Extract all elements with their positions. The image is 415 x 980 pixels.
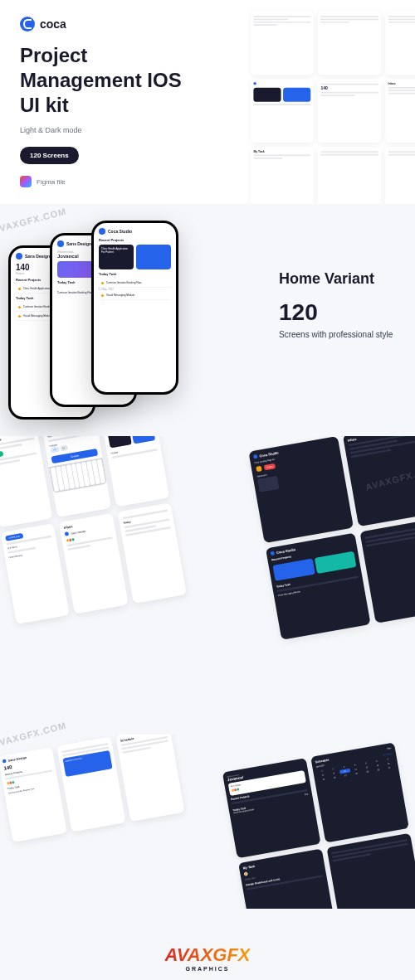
footer-brand: AVAXGFX — [164, 944, 250, 966]
urgent-tag: Urgent — [264, 463, 276, 471]
hero-title: Project Management IOS UI kit — [20, 43, 186, 118]
task-item: Visual Messaging Module — [106, 294, 134, 297]
phone-title: Coca Studio — [108, 229, 132, 234]
logo-mark-icon — [20, 17, 35, 32]
grid-screen-dark — [359, 517, 415, 623]
section-heading: Home Variant — [279, 270, 395, 288]
phone-title: Sans Design — [25, 254, 50, 259]
screens-description: Screens with professional style — [279, 329, 395, 341]
mini-screen: My Task — [251, 147, 314, 211]
home-variant-section: Sans Design 140 Projects Recent Projects… — [0, 204, 415, 436]
light-screens-grid: Projects DONE Create New Task Brief Cate… — [0, 436, 187, 624]
recent-title: Recent Projects — [99, 238, 171, 242]
today-title: Today Task — [99, 272, 171, 276]
grid-screen: Today — [117, 502, 187, 604]
grid-screen: Upgrade to Premium — [56, 737, 125, 832]
task-item: Visual Messaging Module — [23, 314, 51, 318]
screens-badge: 120 Screens — [20, 147, 79, 164]
grid-screen-dark: Inbox — [343, 436, 415, 526]
figma-label: Figma file — [37, 178, 66, 186]
tag-ux: UX — [51, 447, 60, 454]
grid-screen-dark: Coca Studio Recent Projects Today Task V… — [266, 533, 371, 640]
phone-mockups: Sans Design 140 Projects Recent Projects… — [8, 221, 208, 436]
mini-screen — [318, 147, 381, 211]
footer-logo: AVAXGFX GRAPHICS — [164, 944, 250, 972]
grid-screen: Coca Studio Recent Projects Visibility — [100, 436, 170, 507]
keyboard-icon — [49, 458, 107, 493]
mini-screen — [385, 147, 415, 211]
grid-screen: Create New Task Brief Category UXUI Crea… — [42, 436, 111, 517]
grid-screen: Inbox Sans Design — [59, 513, 129, 614]
phone-mockup: Coca Studio Recent Projects Clinic Healt… — [91, 221, 178, 395]
project-count: 42 Projects — [383, 752, 393, 756]
inbox-title: Inbox — [388, 82, 415, 85]
grid-screen: COMPLETE Task Name Online Meeting — [1, 523, 71, 624]
hero-section: coca Project Management IOS UI kit Light… — [0, 0, 415, 204]
mytask-title: My Task — [253, 150, 310, 153]
card-title: Clinic Health Application For Patient — [101, 247, 131, 254]
mini-screen — [385, 12, 415, 75]
grid-screen-dark: Coca Studio Coca Landing Page Kit Urgent… — [248, 436, 354, 543]
filter-label: Filter — [387, 747, 392, 751]
grid-screen-dark: ScheduleFilter April 202242 Projects 123… — [310, 742, 409, 842]
grid-screen: Schedule — [115, 735, 184, 822]
brand-name: coca — [40, 17, 66, 31]
light-screens-grid-2: Sans Design 140 Recent Projects Today Ta… — [0, 735, 185, 842]
mini-screen: 140 — [318, 80, 381, 143]
bottom-grid-section: Sans Design 140 Recent Projects Today Ta… — [0, 735, 415, 909]
dark-screens-grid: Coca Studio Coca Landing Page Kit Urgent… — [248, 436, 415, 640]
dark-screens-grid-2: Welcome back, Jovanca! Sans Design Recen… — [222, 742, 415, 909]
screens-count: 120 — [279, 299, 395, 326]
month-label: April 2022 — [316, 764, 325, 769]
grid-screen-dark — [326, 833, 415, 909]
mini-screen — [251, 80, 314, 143]
grid-screen-dark: Welcome back, Jovanca! Sans Design Recen… — [222, 758, 321, 858]
mini-screen: Inbox — [385, 80, 415, 143]
grid-screen: Projects DONE — [0, 436, 53, 527]
figma-icon — [20, 176, 32, 187]
grid-screen: Sans Design 140 Recent Projects Today Ta… — [0, 747, 67, 842]
grid-screen-dark: My Task 19 Apr, 2018 Design Dashboard an… — [238, 848, 337, 909]
mixed-grid-section: Projects DONE Create New Task Brief Cate… — [0, 436, 415, 735]
hero-screens-preview: 140 Inbox My Task — [251, 12, 415, 211]
phone-title: Sans Design — [66, 241, 91, 246]
task-item: Continue Iteration Booking Flow — [106, 281, 142, 284]
mini-screen — [318, 12, 381, 75]
footer-tag: GRAPHICS — [164, 966, 250, 972]
count-label: 140 — [320, 86, 378, 90]
chat-name: Sans Design — [71, 529, 86, 535]
mini-screen — [251, 12, 314, 75]
status-pill: DONE — [0, 451, 3, 458]
